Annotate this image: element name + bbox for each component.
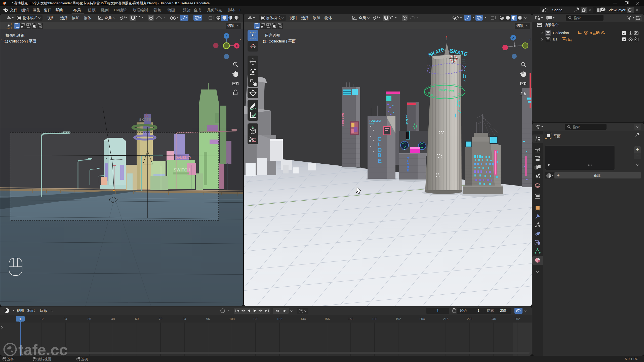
- svg-text:72: 72: [159, 317, 162, 321]
- svg-text:∎5: ∎5: [457, 93, 460, 95]
- svg-text:⌐¬⌐¬⌐: ⌐¬⌐¬⌐: [427, 64, 434, 66]
- svg-text:tafe.cc: tafe.cc: [18, 341, 68, 358]
- svg-text:36: 36: [88, 317, 91, 321]
- svg-text:▲▲▲: ▲▲▲: [402, 149, 407, 150]
- svg-text:216: 216: [443, 317, 449, 321]
- svg-text:132: 132: [277, 317, 282, 321]
- svg-text:24: 24: [64, 317, 67, 321]
- svg-text:240: 240: [491, 317, 496, 321]
- svg-text:252: 252: [514, 317, 520, 321]
- svg-text:12: 12: [40, 317, 44, 321]
- svg-text:48: 48: [111, 317, 115, 321]
- svg-text:1: 1: [19, 317, 21, 321]
- svg-text:Collection: Collection: [553, 31, 569, 35]
- svg-text:84: 84: [183, 317, 186, 321]
- svg-text:ABCDE: ABCDE: [369, 123, 374, 125]
- svg-text:╪╪: ╪╪: [459, 69, 463, 72]
- svg-text:Z: Z: [512, 36, 514, 39]
- svg-text:▲▲▲: ▲▲▲: [420, 149, 424, 151]
- svg-text:a: a: [568, 37, 570, 41]
- svg-text:¬⌐¬: ¬⌐¬: [450, 75, 454, 77]
- svg-text:46: 46: [593, 33, 596, 36]
- svg-text:GAME: GAME: [448, 90, 455, 92]
- svg-text:场景集合: 场景集合: [544, 23, 559, 27]
- svg-text:a: a: [590, 30, 592, 35]
- svg-text:90: 90: [585, 33, 588, 36]
- svg-text:Lex Mall: Lex Mall: [405, 114, 408, 124]
- svg-text:156: 156: [324, 317, 330, 321]
- svg-text:192: 192: [395, 317, 401, 321]
- svg-text:144: 144: [300, 317, 306, 321]
- svg-text:120: 120: [253, 317, 258, 321]
- svg-text:96: 96: [206, 317, 210, 321]
- svg-text:NEW: NEW: [439, 88, 447, 92]
- svg-text:168: 168: [348, 317, 353, 321]
- svg-text:TOWERX: TOWERX: [369, 119, 381, 122]
- svg-text:22: 22: [428, 92, 430, 94]
- svg-text:108: 108: [229, 317, 235, 321]
- svg-text:204: 204: [419, 317, 425, 321]
- svg-text:E: E: [407, 168, 409, 172]
- svg-text:X: X: [236, 44, 238, 48]
- svg-text:B1: B1: [553, 37, 557, 41]
- svg-text:228: 228: [467, 317, 472, 321]
- svg-text:cape lock: cape lock: [342, 113, 344, 126]
- svg-text:6: 6: [570, 39, 572, 42]
- svg-text:4∎: 4∎: [431, 94, 433, 96]
- svg-text:180: 180: [372, 317, 377, 321]
- svg-text:9: 9: [565, 39, 567, 42]
- svg-text:⌐¬⌐¬⌐¬: ⌐¬⌐¬⌐¬: [438, 94, 445, 96]
- svg-text:60: 60: [135, 317, 139, 321]
- svg-text:GAMEBOY: GAMEBOY: [176, 156, 191, 159]
- svg-text:Z: Z: [225, 35, 227, 38]
- svg-text:E: E: [378, 158, 382, 164]
